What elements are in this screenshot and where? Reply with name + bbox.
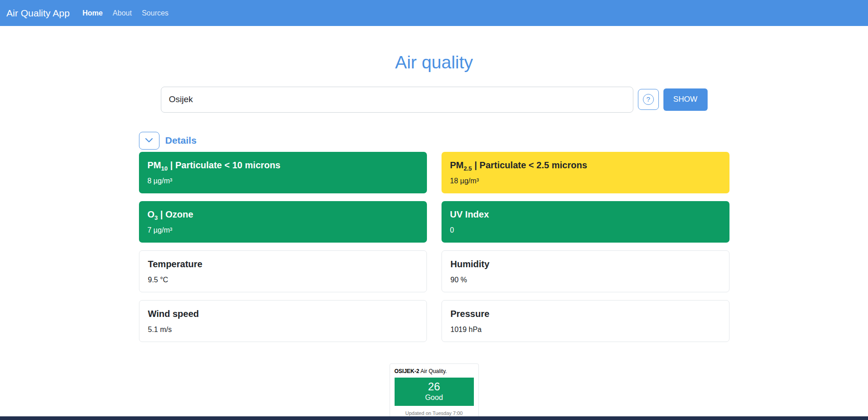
metric-title: Temperature [148, 259, 418, 271]
metric-value: 0 [450, 226, 721, 234]
metric-title: Wind speed [148, 308, 418, 321]
search-row: ? SHOW [161, 87, 708, 113]
app-brand[interactable]: Air Quality App [6, 8, 70, 19]
chevron-down-icon [145, 138, 153, 143]
metric-value: 9.5 °C [148, 276, 418, 284]
aqi-widget: OSIJEK-2 Air Quality. 26 Good Updated on… [390, 363, 479, 420]
metric-card-pm25: PM2.5 | Particulate < 2.5 microns 18 µg/… [442, 152, 729, 193]
metric-value: 7 µg/m³ [148, 226, 418, 234]
metrics-grid: PM10 | Particulate < 10 microns 8 µg/m³ … [139, 152, 729, 342]
metric-card-pm10: PM10 | Particulate < 10 microns 8 µg/m³ [139, 152, 427, 193]
page: Air Quality App Home About Sources Air q… [0, 0, 868, 420]
navbar: Air Quality App Home About Sources [0, 0, 868, 26]
metric-title: PM10 | Particulate < 10 microns [148, 160, 418, 172]
metric-title: O3 | Ozone [148, 209, 418, 222]
metric-value: 1019 hPa [451, 326, 720, 334]
aqi-widget-title: OSIJEK-2 Air Quality. [395, 368, 474, 374]
city-search-input[interactable] [161, 87, 633, 113]
metric-title: Pressure [451, 308, 720, 321]
metric-title: UV Index [450, 209, 721, 222]
metric-value: 5.1 m/s [148, 326, 418, 334]
metric-card-wind-speed: Wind speed 5.1 m/s [139, 300, 427, 342]
metric-title: Humidity [451, 259, 720, 271]
metric-card-ozone: O3 | Ozone 7 µg/m³ [139, 201, 427, 243]
aqi-value: 26 [395, 381, 474, 393]
details-label: Details [165, 135, 197, 146]
footer [0, 416, 868, 420]
details-toggle-button[interactable] [139, 132, 159, 150]
nav-item-home[interactable]: Home [82, 9, 103, 17]
metric-card-humidity: Humidity 90 % [442, 250, 729, 292]
nav-item-about[interactable]: About [113, 9, 132, 17]
aqi-updated-text: Updated on Tuesday 7:00 [395, 410, 474, 416]
page-title: Air quality [139, 52, 729, 73]
show-button[interactable]: SHOW [663, 88, 708, 111]
help-button[interactable]: ? [638, 89, 659, 110]
metric-title: PM2.5 | Particulate < 2.5 microns [450, 160, 721, 172]
metric-card-uv-index: UV Index 0 [442, 201, 729, 243]
metric-card-pressure: Pressure 1019 hPa [442, 300, 729, 342]
aqi-category-label: Good [395, 394, 474, 402]
metric-value: 8 µg/m³ [148, 177, 418, 185]
nav-item-sources[interactable]: Sources [142, 9, 169, 17]
question-mark-icon: ? [643, 94, 654, 105]
main-content: Air quality ? SHOW Details PM10 | Partic… [139, 52, 729, 420]
details-row: Details [139, 132, 729, 150]
metric-value: 90 % [451, 276, 720, 284]
metric-card-temperature: Temperature 9.5 °C [139, 250, 427, 292]
metric-value: 18 µg/m³ [450, 177, 721, 185]
aqi-value-box: 26 Good [395, 378, 474, 405]
